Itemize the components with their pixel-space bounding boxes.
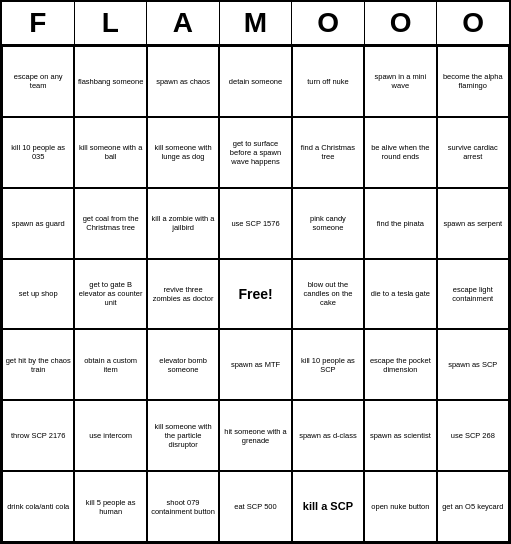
- cell-44: shoot 079 containment button: [147, 471, 219, 542]
- cell-25: blow out the candles on the cake: [292, 259, 364, 330]
- cell-31: spawn as MTF: [219, 329, 291, 400]
- cell-3: detain someone: [219, 46, 291, 117]
- cell-18: pink candy someone: [292, 188, 364, 259]
- cell-38: hit someone with a grenade: [219, 400, 291, 471]
- header-letter-o-6: O: [437, 2, 509, 44]
- cell-17: use SCP 1576: [219, 188, 291, 259]
- cell-27: escape light containment: [437, 259, 509, 330]
- cell-32: kill 10 people as SCP: [292, 329, 364, 400]
- header-letter-f-0: F: [2, 2, 75, 44]
- cell-6: become the alpha flamingo: [437, 46, 509, 117]
- cell-29: obtain a custom item: [74, 329, 146, 400]
- cell-11: find a Christmas tree: [292, 117, 364, 188]
- cell-41: use SCP 268: [437, 400, 509, 471]
- cell-0: escape on any team: [2, 46, 74, 117]
- cell-14: spawn as guard: [2, 188, 74, 259]
- cell-8: kill someone with a ball: [74, 117, 146, 188]
- cell-23: revive three zombies as doctor: [147, 259, 219, 330]
- header-letter-o-4: O: [292, 2, 365, 44]
- cell-22: get to gate B elevator as counter unit: [74, 259, 146, 330]
- cell-47: open nuke button: [364, 471, 436, 542]
- cell-2: spawn as chaos: [147, 46, 219, 117]
- cell-16: kill a zombie with a jailbird: [147, 188, 219, 259]
- cell-21: set up shop: [2, 259, 74, 330]
- cell-40: spawn as scientist: [364, 400, 436, 471]
- cell-36: use intercom: [74, 400, 146, 471]
- cell-13: survive cardiac arrest: [437, 117, 509, 188]
- cell-35: throw SCP 2176: [2, 400, 74, 471]
- header-letter-m-3: M: [220, 2, 293, 44]
- cell-19: find the pinata: [364, 188, 436, 259]
- cell-46: kill a SCP: [292, 471, 364, 542]
- cell-43: kill 5 people as human: [74, 471, 146, 542]
- cell-12: be alive when the round ends: [364, 117, 436, 188]
- cell-24: Free!: [219, 259, 291, 330]
- header-letter-o-5: O: [365, 2, 438, 44]
- cell-39: spawn as d-class: [292, 400, 364, 471]
- cell-20: spawn as serpent: [437, 188, 509, 259]
- cell-48: get an O5 keycard: [437, 471, 509, 542]
- cell-9: kill someone with lunge as dog: [147, 117, 219, 188]
- header-letter-l-1: L: [75, 2, 148, 44]
- cell-26: die to a tesla gate: [364, 259, 436, 330]
- cell-33: escape the pocket dimension: [364, 329, 436, 400]
- cell-28: get hit by the chaos train: [2, 329, 74, 400]
- cell-15: get coal from the Christmas tree: [74, 188, 146, 259]
- cell-5: spawn in a mini wave: [364, 46, 436, 117]
- cell-10: get to surface before a spawn wave happe…: [219, 117, 291, 188]
- cell-4: turn off nuke: [292, 46, 364, 117]
- cell-37: kill someone with the particle disruptor: [147, 400, 219, 471]
- cell-7: kill 10 people as 035: [2, 117, 74, 188]
- cell-34: spawn as SCP: [437, 329, 509, 400]
- grid: escape on any teamflashbang someonespawn…: [2, 46, 509, 542]
- bingo-card: FLAMOOO escape on any teamflashbang some…: [0, 0, 511, 544]
- header-row: FLAMOOO: [2, 2, 509, 46]
- header-letter-a-2: A: [147, 2, 220, 44]
- cell-42: drink cola/anti cola: [2, 471, 74, 542]
- cell-1: flashbang someone: [74, 46, 146, 117]
- cell-30: elevator bomb someone: [147, 329, 219, 400]
- cell-45: eat SCP 500: [219, 471, 291, 542]
